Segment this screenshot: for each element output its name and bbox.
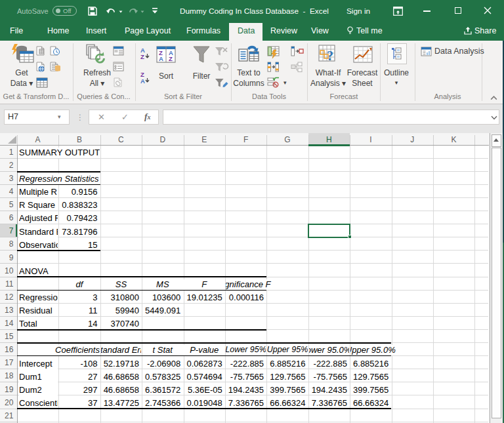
svg-text:Z: Z (169, 55, 173, 62)
svg-text:Z: Z (140, 53, 144, 60)
svg-text:?: ? (327, 49, 333, 63)
svg-text:A: A (159, 55, 163, 62)
svg-text:A: A (140, 77, 145, 85)
